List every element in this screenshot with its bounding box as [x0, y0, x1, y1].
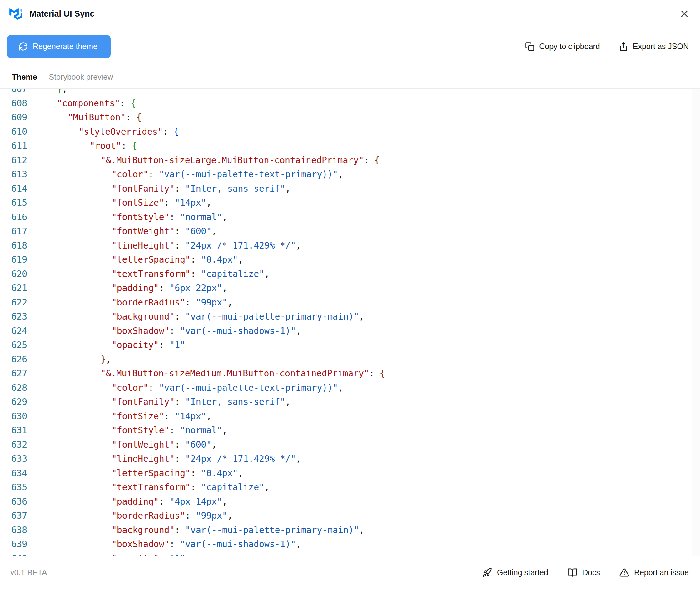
- code-line: 637 "borderRadius": "99px",: [0, 509, 700, 523]
- code-content: "background": "var(--mui-palette-primary…: [46, 523, 364, 538]
- code-token: "14px": [174, 198, 206, 208]
- line-number: 610: [0, 125, 46, 139]
- copy-icon: [525, 42, 535, 51]
- code-content: "background": "var(--mui-palette-primary…: [46, 310, 364, 324]
- code-token: "padding": [111, 497, 159, 507]
- editor-scrollbar[interactable]: [692, 89, 700, 556]
- line-number: 636: [0, 495, 46, 509]
- line-number: 630: [0, 409, 46, 424]
- code-token: :: [185, 511, 196, 521]
- code-line: 623 "background": "var(--mui-palette-pri…: [0, 310, 700, 324]
- footer-link-label: Docs: [582, 568, 600, 577]
- code-token: "&.MuiButton-sizeLarge.MuiButton-contain…: [100, 155, 364, 165]
- line-number: 625: [0, 338, 46, 352]
- indent-guide: [57, 111, 57, 556]
- line-number: 609: [0, 111, 46, 125]
- code-token: :: [169, 425, 180, 435]
- regenerate-theme-button[interactable]: Regenerate theme: [7, 35, 110, 58]
- code-token: ,: [222, 425, 228, 435]
- code-token: "var(--mui-palette-primary-main)": [185, 312, 359, 322]
- code-line: 620 "textTransform": "capitalize",: [0, 267, 700, 281]
- code-token: "var(--mui-shadows-1)": [180, 539, 296, 549]
- report-an-issue-button[interactable]: Report an issue: [619, 568, 689, 577]
- code-token: "Inter, sans-serif": [185, 184, 285, 194]
- code-content: "color": "var(--mui-palette-text-primary…: [46, 381, 343, 395]
- code-content: "boxShadow": "var(--mui-shadows-1)",: [46, 324, 301, 338]
- code-content: "styleOverrides": {: [46, 125, 179, 139]
- code-token: :: [121, 141, 132, 151]
- code-content: "components": {: [46, 96, 136, 111]
- docs-button[interactable]: Docs: [568, 568, 600, 577]
- export-icon: [619, 42, 628, 51]
- code-token: ,: [359, 312, 364, 322]
- line-number: 616: [0, 210, 46, 224]
- indent-guide: [90, 153, 90, 556]
- code-content: "letterSpacing": "0.4px",: [46, 253, 243, 267]
- code-token: "0.4px": [201, 254, 238, 265]
- line-number: 608: [0, 96, 46, 111]
- code-content: "color": "var(--mui-palette-text-primary…: [46, 167, 343, 182]
- code-token: }: [57, 89, 62, 94]
- code-token: "normal": [180, 425, 222, 435]
- line-number: 622: [0, 296, 46, 310]
- code-token: ,: [228, 511, 233, 521]
- code-token: :: [164, 198, 175, 208]
- code-token: "var(--mui-palette-text-primary))": [159, 383, 338, 393]
- line-number: 629: [0, 395, 46, 409]
- code-line: 614 "fontFamily": "Inter, sans-serif",: [0, 182, 700, 196]
- code-token: "textTransform": [111, 482, 191, 493]
- code-token: {: [136, 112, 141, 123]
- copy-to-clipboard-button[interactable]: Copy to clipboard: [525, 42, 600, 51]
- code-content: "fontFamily": "Inter, sans-serif",: [46, 395, 291, 409]
- code-token: :: [174, 312, 185, 322]
- code-content: "boxShadow": "var(--mui-shadows-1)",: [46, 537, 301, 552]
- code-token: "MuiButton": [68, 112, 125, 123]
- warning-icon: [619, 568, 629, 577]
- code-token: "600": [185, 439, 212, 450]
- line-number: 631: [0, 423, 46, 438]
- code-token: ,: [206, 411, 212, 421]
- code-token: ,: [285, 184, 291, 194]
- code-token: :: [369, 368, 380, 379]
- code-token: "letterSpacing": [111, 254, 191, 265]
- code-content: "borderRadius": "99px",: [46, 509, 233, 523]
- code-line: 621 "padding": "6px 22px",: [0, 281, 700, 296]
- copy-to-clipboard-label: Copy to clipboard: [539, 42, 600, 51]
- code-token: ,: [296, 454, 301, 464]
- code-token: :: [169, 212, 180, 222]
- code-line: 610 "styleOverrides": {: [0, 125, 700, 139]
- line-number: 611: [0, 139, 46, 153]
- tab-theme[interactable]: Theme: [12, 72, 37, 81]
- getting-started-button[interactable]: Getting started: [482, 568, 548, 577]
- code-token: :: [174, 397, 185, 407]
- code-token: "1": [169, 553, 185, 556]
- code-line: 639 "boxShadow": "var(--mui-shadows-1)",: [0, 537, 700, 552]
- tab-storybook-preview[interactable]: Storybook preview: [49, 72, 113, 81]
- line-number: 626: [0, 352, 46, 367]
- code-token: ,: [222, 212, 228, 222]
- code-token: "opacity": [111, 340, 159, 350]
- code-token: "99px": [196, 511, 228, 521]
- line-number: 632: [0, 438, 46, 452]
- code-token: "24px /* 171.429% */": [185, 454, 296, 464]
- code-token: :: [159, 340, 169, 350]
- line-number: 618: [0, 238, 46, 253]
- close-button[interactable]: [678, 7, 691, 21]
- code-token: ,: [264, 269, 270, 279]
- code-content: "fontSize": "14px",: [46, 409, 212, 424]
- code-line: 638 "background": "var(--mui-palette-pri…: [0, 523, 700, 538]
- export-as-json-button[interactable]: Export as JSON: [619, 42, 689, 51]
- code-line: 612 "&.MuiButton-sizeLarge.MuiButton-con…: [0, 153, 700, 168]
- code-token: "capitalize": [201, 482, 264, 493]
- code-token: :: [169, 539, 180, 549]
- code-content: "fontStyle": "normal",: [46, 423, 228, 438]
- line-number: 619: [0, 253, 46, 267]
- code-token: "600": [185, 226, 212, 236]
- code-token: ,: [296, 326, 301, 336]
- code-line: 607 },: [0, 89, 700, 96]
- footer-links: Getting startedDocsReport an issue: [482, 568, 689, 577]
- header: Material UI Sync: [0, 0, 700, 28]
- code-content: "&.MuiButton-sizeMedium.MuiButton-contai…: [46, 366, 385, 381]
- code-content: "fontSize": "14px",: [46, 196, 212, 210]
- code-content: "MuiButton": {: [46, 111, 141, 125]
